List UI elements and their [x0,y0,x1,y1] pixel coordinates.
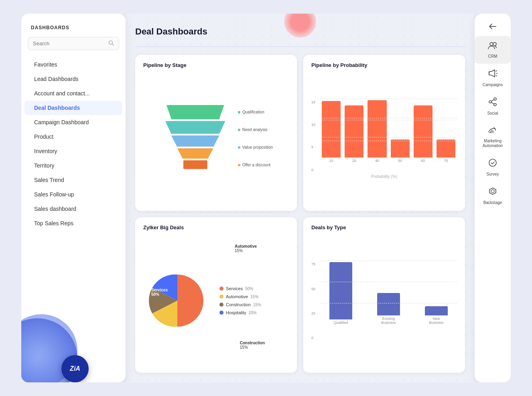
funnel-layer-4 [177,148,213,159]
bar-chart-inner: 10 20 40 [320,99,457,163]
svg-point-5 [494,98,496,100]
y-axis: 15 10 5 0 [311,99,320,173]
pie-label-construction: Construction15% [240,341,265,350]
sidebar-item-inventory[interactable]: Inventory [24,144,122,158]
sidebar-item-account-contact[interactable]: Account and contact... [24,86,122,101]
bar-60: 60 [414,100,433,163]
main-content: Deal Dashboards Pipeline by Stage [126,14,475,382]
left-sidebar: DASHBOARDS Favorites Lead Dashboards Acc… [21,14,126,382]
backstage-label: Backstage [483,200,502,205]
deals-by-type-card: Deals by Type 75 50 25 0 [303,217,465,373]
deals-bar-new: NewBusiness [417,262,455,325]
campaigns-icon [488,69,497,80]
deals-by-type-title: Deals by Type [311,224,457,230]
funnel-label-offer-discount: Offer a discount [238,163,273,167]
svg-point-6 [489,101,491,103]
bar-40: 40 [368,100,386,163]
pipeline-by-probability-chart: 15 10 5 0 10 [311,74,457,204]
legend-automotive: Automotive 15% [219,294,261,299]
svg-point-4 [493,42,496,46]
svg-point-3 [490,42,493,46]
deals-bar-existing: ExistingBusiness [370,262,408,325]
back-arrow-icon [489,23,497,30]
deals-bar-inner: Qualified ExistingBusiness [320,261,457,325]
search-box[interactable] [28,37,119,50]
pipeline-by-stage-chart: Qualification Need analysis Value propos… [143,74,289,204]
bar-10: 10 [322,100,341,163]
pipeline-by-stage-title: Pipeline by Stage [143,62,289,68]
funnel-label-value-prop: Value proposition [238,145,273,150]
x-axis-label: Probability (%) [311,174,457,179]
sidebar-item-product[interactable]: Product [24,129,122,144]
marketing-label: MarketingAutomation [483,139,503,148]
funnel-shape [159,105,231,169]
funnel-layer-5 [183,160,207,169]
survey-label: Survey [486,172,499,177]
pipeline-by-stage-card: Pipeline by Stage [135,55,297,211]
bar-20: 20 [345,100,363,163]
funnel-label-need-analysis: Need analysis [238,127,273,132]
right-nav-crm[interactable]: CRM [475,36,511,64]
pie-label-hospitality: Hospitality20% [206,351,226,360]
pie-legend: Services 50% Automotive 15% Construction [219,286,261,315]
crm-icon [487,41,498,52]
pie-label-automotive: Automotive15% [235,244,257,253]
pipeline-by-probability-card: Pipeline by Probability 15 10 5 0 [303,55,465,211]
sidebar-item-deal-dashboards[interactable]: Deal Dashboards [24,101,122,115]
funnel-labels: Qualification Need analysis Value propos… [238,105,273,172]
funnel-layer-1 [159,105,231,119]
campaigns-label: Campaigns [483,83,503,87]
svg-point-7 [494,103,496,106]
crm-label: CRM [488,54,497,59]
sidebar-item-campaign-dashboard[interactable]: Campaign Dashboard [24,115,122,129]
zylker-big-deals-card: Zylker Big Deals [135,217,297,373]
deals-by-type-chart: 75 50 25 0 [311,236,457,366]
search-input[interactable] [33,40,108,46]
sidebar-item-sales-trend[interactable]: Sales Trend [24,173,122,187]
svg-line-1 [112,44,114,46]
pie-label-services: Services50% [151,288,168,297]
sidebar-item-sales-dashboard[interactable]: Sales dashboard [24,202,122,216]
deals-bar-label-qualified: Qualified [334,321,348,325]
sidebar-item-territory[interactable]: Territory [24,158,122,173]
pie-chart-svg [143,267,211,335]
deals-bar-label-new: NewBusiness [429,317,444,325]
survey-icon [488,158,497,170]
social-label: Social [487,111,498,116]
right-sidebar: CRM Campaigns [475,14,511,382]
legend-construction: Construction 15% [219,302,261,307]
right-nav-backstage[interactable]: Backstage [475,182,511,210]
legend-services: Services 50% [219,286,261,291]
sidebar-item-top-sales-reps[interactable]: Top Sales Reps [24,216,122,230]
backstage-icon [488,186,497,198]
deals-y-axis: 75 50 25 0 [311,261,320,341]
search-icon [108,40,114,47]
sidebar-item-favorites[interactable]: Favorites [24,57,122,72]
funnel-label-qualification: Qualification [238,110,273,114]
pipeline-by-probability-title: Pipeline by Probability [311,62,457,68]
zia-label: ZiA [70,365,80,372]
right-nav-survey[interactable]: Survey [475,153,511,182]
sidebar-item-sales-follow-up[interactable]: Sales Follow-up [24,187,122,202]
marketing-icon [488,125,497,136]
charts-grid: Pipeline by Stage [135,55,465,373]
svg-line-9 [491,102,494,104]
svg-point-10 [489,159,496,166]
social-icon [488,97,497,109]
right-nav-social[interactable]: Social [475,92,511,121]
funnel-layer-3 [171,135,219,147]
svg-marker-12 [491,190,494,193]
back-button[interactable] [484,20,502,33]
pie-slice-services [177,275,203,327]
bar-50: 50 [391,100,410,163]
zylker-big-deals-chart: Services 50% Automotive 15% Construction [143,236,289,366]
bar-75: 75 [437,100,455,163]
page-title: Deal Dashboards [135,26,465,37]
zylker-big-deals-title: Zylker Big Deals [143,224,289,230]
legend-hospitality: Hospitality 20% [219,310,261,315]
sidebar-item-lead-dashboards[interactable]: Lead Dashboards [24,72,122,86]
deals-bar-label-existing: ExistingBusiness [381,317,396,325]
right-nav-campaigns[interactable]: Campaigns [475,64,511,92]
funnel-layer-2 [165,121,225,134]
right-nav-marketing[interactable]: MarketingAutomation [475,121,511,153]
